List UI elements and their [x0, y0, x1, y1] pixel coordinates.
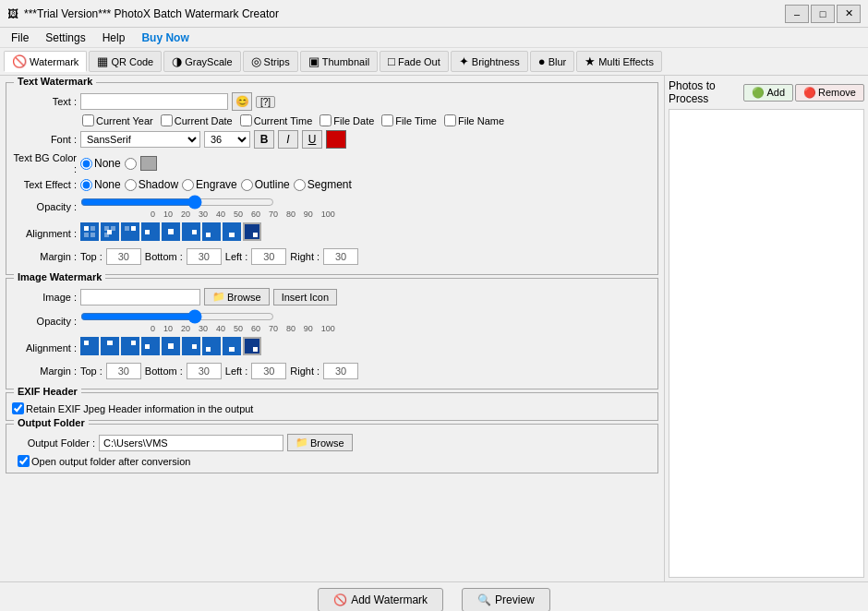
text-margin-left-input[interactable] [251, 248, 286, 265]
tab-fadeout[interactable]: □ Fade Out [380, 51, 449, 72]
image-margin-right-input[interactable] [323, 363, 358, 379]
align-middle-right[interactable] [182, 222, 200, 241]
svg-rect-17 [107, 341, 113, 345]
chk-open-output[interactable] [18, 455, 30, 467]
checkbox-current-date[interactable]: Current Date [161, 114, 233, 126]
chk-retain-exif[interactable] [12, 402, 24, 414]
text-input[interactable] [80, 93, 228, 110]
align-middle-left[interactable] [141, 222, 160, 241]
img-align-top-left[interactable] [80, 337, 99, 355]
exif-retain-checkbox[interactable]: Retain EXIF Jpeg Header information in t… [12, 402, 652, 414]
chk-file-date[interactable] [319, 114, 332, 126]
output-folder-row: Output Folder : 📁 Browse [12, 434, 652, 451]
photos-buttons: 🟢 Add 🔴 Remove [743, 84, 864, 102]
bold-button[interactable]: B [254, 130, 274, 149]
image-opacity-slider[interactable] [80, 309, 274, 324]
text-color-swatch[interactable] [326, 130, 346, 149]
img-align-middle-right[interactable] [182, 337, 200, 355]
radio-bg-color[interactable] [125, 158, 137, 170]
tab-grayscale-label: GrayScale [185, 56, 232, 67]
exif-section: EXIF Header Retain EXIF Jpeg Header info… [6, 392, 658, 421]
output-browse-button[interactable]: 📁 Browse [287, 434, 353, 451]
align-top-right[interactable] [121, 222, 139, 241]
bg-color-swatch[interactable] [140, 156, 157, 171]
image-margin-left-input[interactable] [251, 363, 286, 379]
output-folder-input[interactable] [99, 435, 283, 451]
text-margin-bottom-label: Bottom : [145, 251, 183, 262]
menu-buynow[interactable]: Buy Now [134, 30, 196, 46]
img-align-bottom-right[interactable] [243, 337, 261, 355]
close-button[interactable]: ✕ [837, 5, 861, 23]
align-middle-center[interactable] [162, 222, 180, 241]
tab-qrcode[interactable]: ▦ QR Code [89, 51, 162, 72]
text-margin-top-input[interactable] [106, 248, 141, 265]
svg-rect-15 [253, 233, 258, 237]
underline-button[interactable]: U [302, 130, 322, 149]
tab-brightness[interactable]: ✦ Brightness [451, 51, 528, 72]
image-browse-button[interactable]: 📁 Browse [204, 288, 270, 306]
img-align-bottom-left[interactable] [202, 337, 221, 355]
menu-settings[interactable]: Settings [38, 30, 92, 46]
text-margin-bottom-input[interactable] [187, 248, 222, 265]
checkbox-file-time[interactable]: File Time [381, 114, 437, 126]
tab-watermark[interactable]: 🚫 Watermark [4, 51, 87, 72]
img-align-middle-left[interactable] [141, 337, 160, 355]
preview-button[interactable]: 🔍 Preview [462, 588, 550, 611]
align-bottom-left[interactable] [202, 222, 221, 241]
checkbox-file-date[interactable]: File Date [319, 114, 374, 126]
align-bottom-center[interactable] [223, 222, 241, 241]
add-watermark-button[interactable]: 🚫 Add Watermark [318, 588, 443, 611]
open-output-checkbox[interactable]: Open output folder after conversion [18, 455, 652, 467]
minimize-button[interactable]: – [785, 5, 809, 23]
img-align-top-right[interactable] [121, 337, 139, 355]
add-photos-button[interactable]: 🟢 Add [743, 84, 793, 102]
tab-brightness-label: Brightness [472, 56, 520, 67]
menu-file[interactable]: File [4, 30, 36, 46]
checkbox-current-time[interactable]: Current Time [240, 114, 313, 126]
effect-segment[interactable]: Segment [294, 178, 352, 191]
chk-current-date[interactable] [161, 114, 173, 126]
align-top-center[interactable] [101, 222, 119, 241]
tab-strips[interactable]: ◎ Strips [243, 51, 298, 72]
open-output-label: Open output folder after conversion [31, 456, 190, 467]
chk-current-time[interactable] [240, 114, 252, 126]
align-bottom-right[interactable] [243, 222, 261, 241]
remove-photos-button[interactable]: 🔴 Remove [795, 84, 864, 102]
text-margin-right-input[interactable] [323, 248, 358, 265]
image-path-input[interactable] [80, 289, 200, 306]
tab-grayscale[interactable]: ◑ GrayScale [163, 51, 240, 72]
align-top-left[interactable] [80, 222, 99, 241]
menu-help[interactable]: Help [95, 30, 133, 46]
svg-rect-2 [84, 233, 89, 237]
tab-multieffects[interactable]: ★ Multi Effects [576, 51, 662, 72]
checkbox-current-year[interactable]: Current Year [82, 114, 153, 126]
tab-blur[interactable]: ● Blur [530, 51, 574, 72]
effect-none[interactable]: None [80, 178, 121, 191]
italic-button[interactable]: I [278, 130, 298, 149]
emoji-button[interactable]: 😊 [232, 92, 252, 111]
output-folder-section: Output Folder Output Folder : 📁 Browse O… [6, 424, 658, 473]
img-align-top-center[interactable] [101, 337, 119, 355]
folder-icon: 📁 [212, 291, 225, 303]
help-badge[interactable]: [?] [256, 96, 275, 108]
add-watermark-icon: 🚫 [333, 593, 347, 606]
effect-outline[interactable]: Outline [241, 178, 290, 191]
img-align-middle-center[interactable] [162, 337, 180, 355]
chk-current-year[interactable] [82, 114, 94, 126]
effect-engrave[interactable]: Engrave [182, 178, 237, 191]
maximize-button[interactable]: □ [811, 5, 835, 23]
right-panel: Photos to Process 🟢 Add 🔴 Remove [665, 76, 868, 581]
img-align-bottom-center[interactable] [223, 337, 241, 355]
image-margin-bottom-input[interactable] [187, 363, 222, 379]
effect-shadow[interactable]: Shadow [125, 178, 178, 191]
chk-file-name[interactable] [444, 114, 456, 126]
checkbox-file-name[interactable]: File Name [444, 114, 504, 126]
tab-thumbnail[interactable]: ▣ Thumbnail [300, 51, 378, 72]
font-size-select[interactable]: 36 [204, 131, 250, 148]
chk-file-time[interactable] [381, 114, 393, 126]
text-opacity-slider[interactable] [80, 195, 274, 210]
insert-icon-button[interactable]: Insert Icon [273, 289, 337, 306]
image-margin-top-input[interactable] [106, 363, 141, 379]
font-select[interactable]: SansSerif [80, 131, 200, 148]
radio-bg-none[interactable]: None [80, 157, 121, 170]
